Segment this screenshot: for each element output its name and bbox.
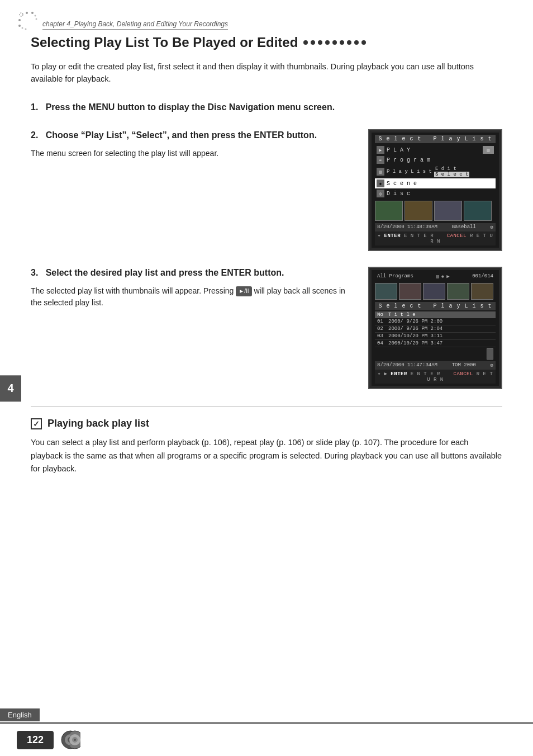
- play-thumb: ▤: [483, 146, 494, 154]
- thumb-2: [404, 201, 432, 221]
- svg-point-0: [20, 13, 23, 16]
- dot-5: [332, 40, 337, 45]
- step-3-text: 3. Select the desired play list and pres…: [31, 267, 357, 309]
- screen2-scroll: [377, 348, 493, 360]
- screen2-row-3: 03 2000/10/20 PM 3:11: [375, 333, 496, 340]
- section-divider: [31, 406, 502, 407]
- screen2-table-header: No T i t l e: [375, 311, 496, 318]
- title-dots: [303, 40, 366, 45]
- screen2-counter: 001/014: [472, 273, 493, 280]
- screen1-row-disc: ◎ D i s c: [375, 188, 496, 199]
- screen2-thumbnails: [375, 283, 496, 300]
- screen1-thumbnails: [375, 201, 496, 221]
- page-footer: 122: [0, 722, 533, 756]
- screen2-icons: ▤ ◈ ▶: [436, 273, 449, 280]
- corner-dots-decoration: [17, 10, 38, 31]
- screen2-top-bar: All Programs ▤ ◈ ▶ 001/014: [375, 272, 496, 281]
- dot-2: [311, 40, 315, 45]
- screen1-row-play: ▶ P L A Y ▤: [375, 145, 496, 155]
- step-3-body: The selected play list with thumbnails w…: [31, 285, 357, 309]
- intro-paragraph: To play or edit the created play list, f…: [31, 60, 502, 86]
- dot-6: [340, 40, 344, 45]
- chapter-badge-area: 4: [0, 375, 21, 401]
- chapter-badge: 4: [0, 375, 21, 401]
- step-2-number: 2.: [31, 130, 38, 140]
- playlist-submenu: E d i t S e l e c t: [434, 166, 469, 177]
- page-title: Selecting Play List To Be Played or Edit…: [31, 35, 502, 50]
- screen1-title: S e l e c t P l a y L i s t: [375, 135, 496, 143]
- screen2-subtitle: S e l e c t P l a y L i s t: [375, 302, 496, 310]
- svg-point-5: [22, 27, 23, 29]
- thumb-3: [434, 201, 462, 221]
- screen1-row-program: ≡ P r o g r a m: [375, 155, 496, 165]
- dot-4: [325, 40, 330, 45]
- step-1-number: 1.: [31, 102, 38, 112]
- dot-7: [347, 40, 351, 45]
- breadcrumb-text: chapter 4_Playing Back, Deleting and Edi…: [42, 20, 228, 30]
- disc-icon: [60, 730, 80, 750]
- playback-body: You can select a play list and perform p…: [31, 436, 502, 475]
- step-3-layout: 3. Select the desired play list and pres…: [31, 267, 502, 389]
- svg-point-3: [18, 19, 21, 21]
- step-2-screen: S e l e c t P l a y L i s t ▶ P L A Y ▤: [368, 129, 502, 251]
- screen2-thumb-3: [423, 283, 445, 300]
- screen1-row-scene: ◈ S c e n e: [375, 178, 496, 188]
- thumb-1: [375, 201, 403, 221]
- page-title-text: Selecting Play List To Be Played or Edit…: [31, 35, 298, 50]
- step-2-header: 2. Choose “Play List”, “Select”, and the…: [31, 129, 357, 141]
- svg-point-17: [74, 739, 76, 741]
- step-2-text: 2. Choose “Play List”, “Select”, and the…: [31, 129, 357, 159]
- step-3-heading: Select the desired play list and press t…: [46, 268, 284, 277]
- playlist-menu-icon: ▤: [377, 168, 384, 176]
- dot-3: [318, 40, 322, 45]
- screen2-all-programs: All Programs: [377, 273, 413, 280]
- playback-title: ✓ Playing back play list: [31, 418, 502, 429]
- svg-point-1: [26, 12, 28, 14]
- dot-9: [361, 40, 366, 45]
- play-button-inline: ►/II: [236, 286, 251, 296]
- playback-section: ✓ Playing back play list You can select …: [31, 418, 502, 475]
- step-1-heading: Press the MENU button to display the Dis…: [46, 102, 335, 112]
- screen2-thumb-1: [375, 283, 397, 300]
- main-content: Selecting Play List To Be Played or Edit…: [0, 35, 533, 475]
- step-2-heading: Choose “Play List”, “Select”, and then p…: [46, 130, 317, 140]
- step-3-number: 3.: [31, 268, 38, 277]
- disc-menu-icon: ◎: [377, 190, 384, 197]
- screen2-nav: ✦ ▶ ENTER E N T E R CANCEL R E T U R N: [375, 370, 496, 384]
- scene-menu-icon: ◈: [377, 179, 384, 187]
- step-3-body-text-1: The selected play list with thumbnails w…: [31, 286, 236, 295]
- step-2-layout: 2. Choose “Play List”, “Select”, and the…: [31, 129, 502, 251]
- breadcrumb-area: chapter 4_Playing Back, Deleting and Edi…: [0, 0, 533, 35]
- screen2-thumb-5: [471, 283, 493, 300]
- screen2-row-2: 02 2000/ 9/26 PM 2:04: [375, 325, 496, 333]
- language-label: English: [0, 708, 40, 721]
- step-1: 1. Press the MENU button to display the …: [31, 101, 502, 114]
- screen2-row-4: 04 2000/10/20 PM 3:47: [375, 340, 496, 347]
- svg-point-8: [36, 18, 37, 20]
- screen-mockup-2: All Programs ▤ ◈ ▶ 001/014: [368, 267, 502, 389]
- step-2-body: The menu screen for selecting the play l…: [31, 148, 357, 160]
- screen2-thumb-4: [447, 283, 469, 300]
- page-number: 122: [17, 731, 54, 749]
- svg-point-6: [25, 29, 27, 30]
- scroll-bar: [487, 348, 493, 360]
- step-3-header: 3. Select the desired play list and pres…: [31, 267, 357, 279]
- svg-point-7: [35, 15, 36, 17]
- screen-mockup-1: S e l e c t P l a y L i s t ▶ P L A Y ▤: [368, 129, 502, 251]
- step-1-header: 1. Press the MENU button to display the …: [31, 101, 502, 114]
- screen-inner-1: S e l e c t P l a y L i s t ▶ P L A Y ▤: [372, 133, 499, 248]
- step-3-screen: All Programs ▤ ◈ ▶ 001/014: [368, 267, 502, 389]
- program-menu-icon: ≡: [377, 156, 384, 164]
- screen-inner-2: All Programs ▤ ◈ ▶ 001/014: [372, 270, 499, 386]
- screen1-left-menu: ▶ P L A Y ▤ ≡ P r o g r a m ▤: [375, 145, 496, 199]
- thumb-4: [464, 201, 492, 221]
- step-3: 3. Select the desired play list and pres…: [31, 267, 502, 389]
- step-2: 2. Choose “Play List”, “Select”, and the…: [31, 129, 502, 251]
- playback-title-text: Playing back play list: [47, 418, 149, 429]
- screen2-status: 8/20/2000 11:47:34AM TOM 2000 ⚙: [375, 361, 496, 370]
- dot-1: [303, 40, 308, 45]
- screen1-nav: ✦ ENTER E N T E R CANCEL R E T U R N: [375, 231, 496, 245]
- svg-point-2: [31, 12, 34, 14]
- screen1-menu-area: ▶ P L A Y ▤ ≡ P r o g r a m ▤: [375, 145, 496, 199]
- checkbox-icon: ✓: [31, 418, 42, 429]
